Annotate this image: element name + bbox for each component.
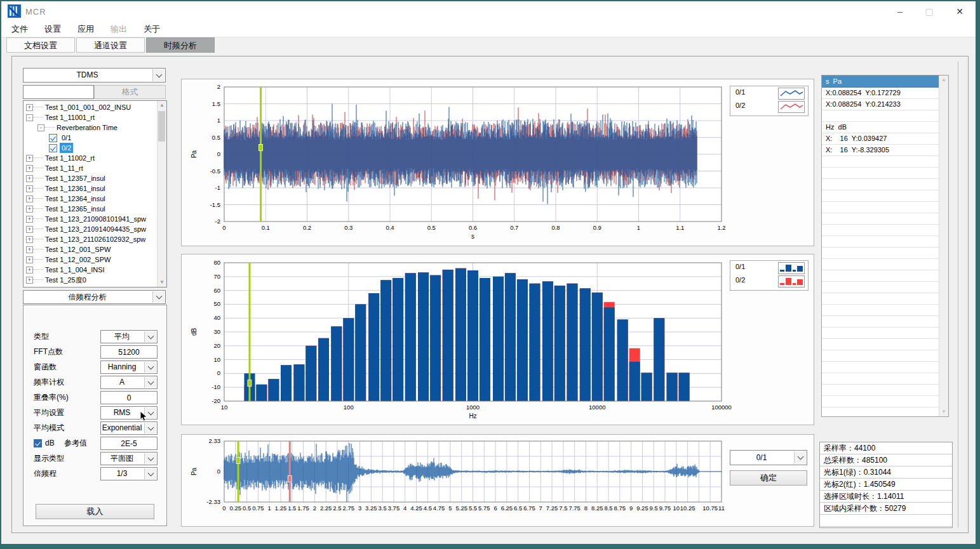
tree-item[interactable]: +Test 1_11002_rt [23,153,157,163]
tree-item-label[interactable]: Test 1_12364_insul [43,194,107,204]
readout-scrollbar[interactable]: ▲ ▼ [939,76,948,416]
scroll-down-icon[interactable]: ▼ [939,407,948,416]
chevron-down-icon[interactable] [144,453,156,464]
octave-spectrum-chart-panel[interactable]: 80706050403020100-10-2010100100010000100… [181,254,814,425]
tree-checkbox[interactable] [49,144,57,152]
tree-item[interactable]: -Reverberation Time [23,122,157,133]
octave-spectrum-chart[interactable]: 80706050403020100-10-2010100100010000100… [182,255,814,427]
tree-scrollbar[interactable]: ▲ ▼ [157,101,166,287]
tree-item[interactable]: 0/2 [23,143,157,153]
tree-expander-icon[interactable]: + [26,226,33,233]
tree-item[interactable]: -Test 1_11001_rt [23,112,157,122]
tree-expander-icon[interactable]: + [26,246,33,253]
tree-item[interactable]: +Test 1_12_001_SPW [23,244,157,255]
tree-expander-icon[interactable]: + [26,165,33,172]
scroll-up-icon[interactable]: ▲ [939,76,948,84]
tree-item-label[interactable]: Test 1_123_211026102932_spw [43,234,147,244]
scroll-down-icon[interactable]: ▼ [158,278,166,287]
tree-expander-icon[interactable]: + [26,185,33,192]
tree-item-label[interactable]: Test 1_12361_insul [43,183,107,194]
param-select-8[interactable]: 平面图 [100,452,158,465]
tree-checkbox[interactable] [49,134,57,142]
db-checkbox[interactable] [34,439,42,447]
tree-item[interactable]: +Test 1_12357_insul [23,173,157,183]
menu-item-设置[interactable]: 设置 [38,20,67,38]
param-input-1[interactable] [100,345,158,359]
menu-item-关于[interactable]: 关于 [137,20,166,38]
tree-item-label[interactable]: Test 1_25度0 [43,275,88,285]
right-splitter[interactable] [958,62,958,527]
tree-item-label[interactable]: Test 1_11001_rt [43,112,97,122]
tree-item-label[interactable]: Reverberation Time [55,122,119,133]
chevron-down-icon[interactable] [152,291,164,303]
menu-item-输出[interactable]: 输出 [104,20,133,38]
confirm-button[interactable]: 确定 [730,470,807,486]
tree-item[interactable]: 0/1 [23,133,157,143]
filter-input[interactable] [23,85,94,99]
tree-scroll-thumb[interactable] [158,111,165,142]
chevron-down-icon[interactable] [144,468,156,479]
tree-expander-icon[interactable]: + [26,175,33,182]
file-tree[interactable]: +Test 1_001_001_002_INSU-Test 1_11001_rt… [23,100,167,288]
format-button[interactable]: 格式 [94,85,166,99]
tab-文档设置[interactable]: 文档设置 [6,37,75,53]
tree-expander-icon[interactable]: + [26,256,33,263]
tree-expander-icon[interactable]: + [26,206,33,213]
chevron-down-icon[interactable] [144,331,156,342]
param-select-5[interactable]: RMS [100,406,158,420]
time-waveform-chart-panel[interactable]: 21.510.50-0.5-1-1.5-200.10.20.30.40.50.6… [181,79,814,246]
tree-expander-icon[interactable]: + [26,277,33,284]
minimize-button[interactable]: – [892,5,908,18]
tree-item[interactable]: +Test 1_12361_insul [23,183,157,194]
tree-item-label[interactable]: Test 1_001_001_002_INSU [43,102,133,112]
tree-item[interactable]: +Test 1_123_211026102932_spw [23,234,157,244]
param-input-4[interactable] [100,391,158,404]
tree-item-label[interactable]: Test 1_11002_rt [43,153,97,163]
overview-waveform-chart-panel[interactable]: 2.330-2.3300.250.50.7511.251.51.7522.252… [181,434,814,527]
tree-item-label[interactable]: Test 1_12365_insul [43,204,107,214]
channel-select[interactable]: 0/1 [730,450,807,465]
tree-item-label[interactable]: Test 1_1_004_INSI [43,265,107,275]
tree-expander-icon[interactable]: + [26,104,33,111]
tree-item[interactable]: +Test 1_123_210908101941_spw [23,214,157,224]
menu-item-应用[interactable]: 应用 [71,20,100,38]
tree-item-label[interactable]: Test 1_123_210914094435_spw [43,224,148,234]
tree-expander-icon[interactable]: + [26,195,33,202]
tab-通道设置[interactable]: 通道设置 [76,37,145,53]
param-input-7[interactable] [100,437,158,450]
scroll-up-icon[interactable]: ▲ [158,101,166,110]
tree-expander-icon[interactable]: - [37,124,44,131]
time-waveform-chart[interactable]: 21.510.50-0.5-1-1.5-200.10.20.30.40.50.6… [182,79,814,248]
chevron-down-icon[interactable] [152,69,164,81]
tree-item-label[interactable]: Test 1_11_rt [43,163,85,173]
tree-item-label[interactable]: 0/1 [60,133,73,143]
tree-item-label[interactable]: 0/2 [60,143,73,153]
chevron-down-icon[interactable] [144,377,156,388]
param-select-2[interactable]: Hanning [100,360,158,374]
chevron-down-icon[interactable] [794,451,806,464]
tab-时频分析[interactable]: 时频分析 [146,37,215,53]
param-select-0[interactable]: 平均 [100,330,158,343]
tree-item[interactable]: +Test 1_001_001_002_INSU [23,102,157,112]
tree-item[interactable]: +Test 1_11_rt [23,163,157,173]
tree-item[interactable]: +Test 1_1_004_INSI [23,265,157,275]
param-select-6[interactable]: Exponential [100,421,158,435]
close-button[interactable]: ✕ [951,5,968,18]
tree-item[interactable]: +Test 1_12364_insul [23,194,157,204]
tree-item-label[interactable]: Test 1_123_210908101941_spw [43,214,148,224]
param-select-9[interactable]: 1/3 [100,467,158,480]
chevron-down-icon[interactable] [144,423,156,433]
tree-item[interactable]: +Test 1_12365_insul [23,204,157,214]
menu-item-文件[interactable]: 文件 [5,20,34,38]
tree-expander-icon[interactable]: + [26,236,33,243]
tree-item-label[interactable]: Test 1_12_002_SPW [43,255,112,265]
file-format-select[interactable]: TDMS [23,68,166,83]
analysis-type-select[interactable]: 倍频程分析 [23,290,166,304]
tree-expander-icon[interactable]: + [26,155,33,162]
tree-item[interactable]: +Test 1_25度0 [23,275,157,285]
tree-item-label[interactable]: Test 1_12_001_SPW [43,244,112,255]
tree-item[interactable]: +Test 1_123_210914094435_spw [23,224,157,234]
maximize-button[interactable]: ▢ [921,5,937,18]
overview-waveform-chart[interactable]: 2.330-2.3300.250.50.7511.251.51.7522.252… [182,435,814,529]
tree-expander-icon[interactable]: + [26,267,33,274]
